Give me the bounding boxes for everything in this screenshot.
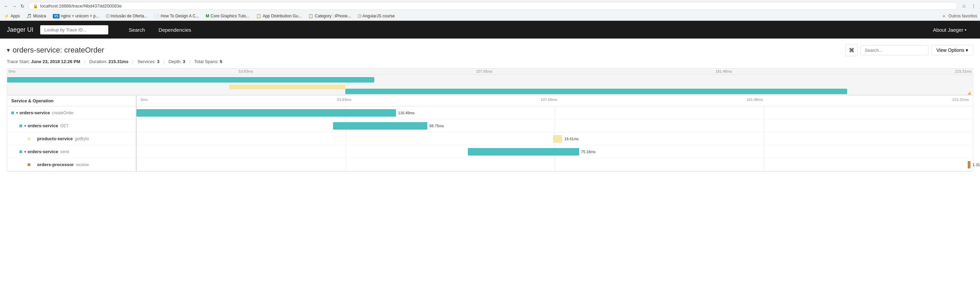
appdist-icon: 📋: [256, 14, 261, 18]
span-color-dot-span4: [19, 150, 22, 153]
view-options-chevron: ▾: [966, 47, 968, 53]
minimap-bar-2: [229, 85, 345, 90]
grid-line-75: [764, 106, 764, 119]
nav-search[interactable]: Search: [122, 21, 152, 38]
header-nav: Search Dependencies: [122, 21, 198, 38]
musica-icon: 🎵: [27, 14, 32, 18]
trace-collapse-button[interactable]: ▾: [7, 46, 10, 54]
span-collapse-btn-span1[interactable]: ▾: [16, 110, 18, 115]
span-timeline-col-span5: 1.31ms: [137, 158, 973, 171]
bookmark-angularjs-label: AngularJS course: [363, 14, 395, 18]
app-title: Jaeger UI: [7, 26, 33, 34]
bookmark-apps-label: Apps: [11, 14, 20, 18]
bookmark-musica[interactable]: 🎵 Música: [25, 13, 47, 19]
span-service-name-span1: orders-service: [19, 110, 50, 115]
bookmark-category-label: Category : iPhone...: [315, 14, 351, 18]
bookmark-nginx[interactable]: VS nginx + unicorn + p...: [51, 13, 100, 19]
bookmark-star-icon[interactable]: ☆: [960, 2, 968, 10]
bookmark-coregraphics-label: Core Graphics Tuto...: [210, 14, 249, 18]
ruler-tick-2: 107.65ms: [476, 69, 492, 74]
lookup-input[interactable]: [40, 25, 108, 34]
forward-button[interactable]: →: [11, 3, 18, 10]
trace-services-value: 3: [157, 59, 159, 64]
view-options-button[interactable]: View Options ▾: [931, 45, 973, 55]
header-right: About Jaeger ▾: [926, 21, 973, 38]
view-options-label: View Options: [936, 47, 964, 53]
span-bar-span3[interactable]: [553, 135, 562, 142]
bookmark-appdist[interactable]: 📋 App Distribution Gu...: [255, 13, 303, 19]
grid-icon-button[interactable]: ⌘: [845, 44, 858, 56]
main-content: ▾ orders-service: createOrder ⌘ View Opt…: [0, 38, 980, 177]
span-row-span4[interactable]: ▾orders-servicesend75.18ms: [7, 146, 973, 158]
span-operation-span2: GET: [60, 123, 69, 128]
about-jaeger-menu[interactable]: About Jaeger ▾: [926, 21, 973, 38]
bookmark-design-label: How To Design A C...: [161, 14, 199, 18]
grid-line-75: [764, 132, 764, 145]
app-header: Jaeger UI Search Dependencies About Jaeg…: [0, 21, 980, 38]
bookmark-inclusao-label: Inclusão de Oferta...: [111, 14, 148, 18]
ruler-tick-1: 53.83ms: [239, 69, 253, 74]
sep4: |: [189, 59, 190, 64]
span-bar-span2[interactable]: [333, 122, 427, 130]
address-text: localhost:16686/trace/f4bd437dd200083e: [40, 3, 122, 8]
span-bar-span4[interactable]: [468, 148, 579, 155]
grid-line-75: [764, 158, 764, 171]
minimap-ruler: 0ms 53.83ms 107.65ms 161.48ms 215.31ms: [7, 69, 973, 74]
bookmark-inclusao[interactable]: ⬡ Inclusão de Oferta...: [105, 13, 149, 19]
detail-ruler-tick-2: 107.65ms: [541, 98, 557, 102]
span-service-name-span4: orders-service: [28, 149, 58, 154]
span-bar-span1[interactable]: [137, 109, 396, 117]
bookmarks-more[interactable]: » Outros favoritos: [943, 14, 977, 18]
span-service-col-span2: ▾orders-serviceGET: [7, 119, 137, 132]
angularjs-icon: ⬡: [358, 14, 361, 18]
span-color-dot-span3: [28, 138, 30, 140]
bookmark-appdist-label: App Distribution Gu...: [262, 14, 301, 18]
span-bar-span5[interactable]: [968, 161, 970, 168]
trace-header: ▾ orders-service: createOrder ⌘ View Opt…: [7, 44, 973, 56]
browser-menu-icon[interactable]: ⋮: [970, 2, 977, 10]
minimap-bar-3: [345, 89, 848, 94]
reload-button[interactable]: ↻: [19, 3, 26, 10]
address-bar[interactable]: 🔒 localhost:16686/trace/f4bd437dd200083e: [29, 2, 958, 10]
span-service-col-span1: ▾orders-servicecreateOrder: [7, 106, 137, 119]
span-timeline-col-span3: 19.41ms: [137, 132, 973, 145]
grid-line-25: [345, 132, 346, 145]
bookmark-apps[interactable]: ⚡ Apps: [3, 13, 21, 19]
ruler-tick-4: 215.31ms: [955, 69, 972, 74]
inclusao-icon: ⬡: [106, 14, 109, 18]
trace-total-spans-label: Total Spans:: [194, 59, 219, 64]
bookmark-angularjs[interactable]: ⬡ AngularJS course: [356, 13, 396, 19]
span-bar-wrapper-span3: 19.41ms: [553, 135, 655, 142]
trace-search-input[interactable]: [861, 45, 929, 55]
trace-depth-label: Depth:: [169, 59, 181, 64]
grid-line-25: [345, 158, 346, 171]
span-service-name-span2: orders-service: [28, 123, 58, 128]
browser-actions: ☆ ⋮: [960, 2, 977, 10]
bookmark-coregraphics[interactable]: M Core Graphics Tuto...: [204, 13, 251, 19]
ruler-tick-0: 0ms: [8, 69, 16, 74]
trace-depth-value: 3: [183, 59, 185, 64]
span-service-col-span4: ▾orders-servicesend: [7, 146, 137, 158]
sep3: |: [164, 59, 164, 64]
bookmark-design[interactable]: 📄 How To Design A C...: [153, 13, 200, 19]
span-color-dot-span1: [11, 112, 14, 114]
design-icon: 📄: [154, 14, 159, 18]
span-row-span5[interactable]: orders-processorreceive1.31ms: [7, 158, 973, 171]
span-row-span2[interactable]: ▾orders-serviceGET68.75ms: [7, 119, 973, 132]
span-bar-wrapper-span2: 68.75ms: [333, 122, 628, 130]
back-button[interactable]: ←: [3, 3, 10, 10]
span-collapse-btn-span4[interactable]: ▾: [24, 149, 26, 154]
span-row-span1[interactable]: ▾orders-servicecreateOrder116.49ms: [7, 106, 973, 119]
bookmark-category[interactable]: 📋 Category : iPhone...: [307, 13, 352, 19]
span-bar-wrapper-span4: 75.18ms: [468, 148, 787, 155]
span-row-span3[interactable]: products-servicegetById19.41ms: [7, 132, 973, 146]
span-bar-wrapper-span5: 1.31ms: [968, 161, 980, 168]
bookmark-nginx-label: nginx + unicorn + p...: [61, 14, 99, 18]
minimap-canvas[interactable]: [7, 74, 973, 95]
sep2: |: [132, 59, 134, 64]
span-collapse-btn-span2[interactable]: ▾: [24, 123, 26, 128]
minimap-resize-handle[interactable]: [967, 90, 972, 95]
trace-controls: ⌘ View Options ▾: [845, 44, 973, 56]
nav-dependencies[interactable]: Dependencies: [152, 21, 198, 38]
detail-ruler-tick-4: 215.31ms: [952, 98, 969, 102]
